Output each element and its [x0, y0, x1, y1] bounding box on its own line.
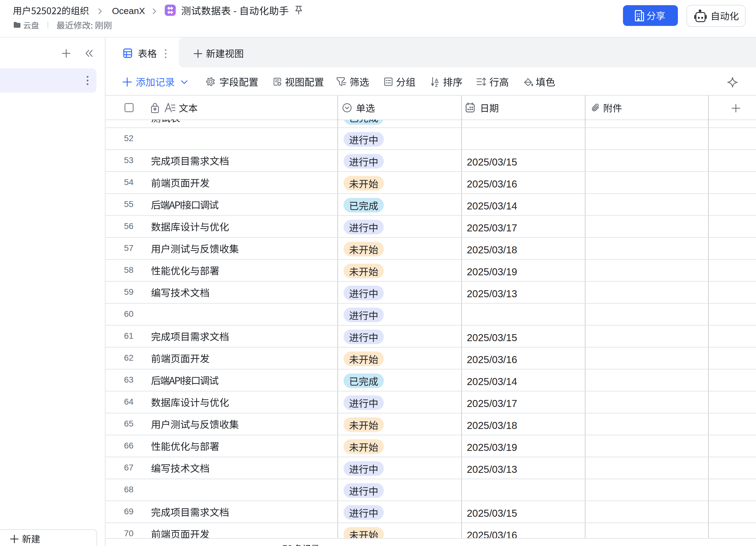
- svg-text:Z: Z: [435, 83, 438, 88]
- svg-text:A: A: [435, 77, 438, 83]
